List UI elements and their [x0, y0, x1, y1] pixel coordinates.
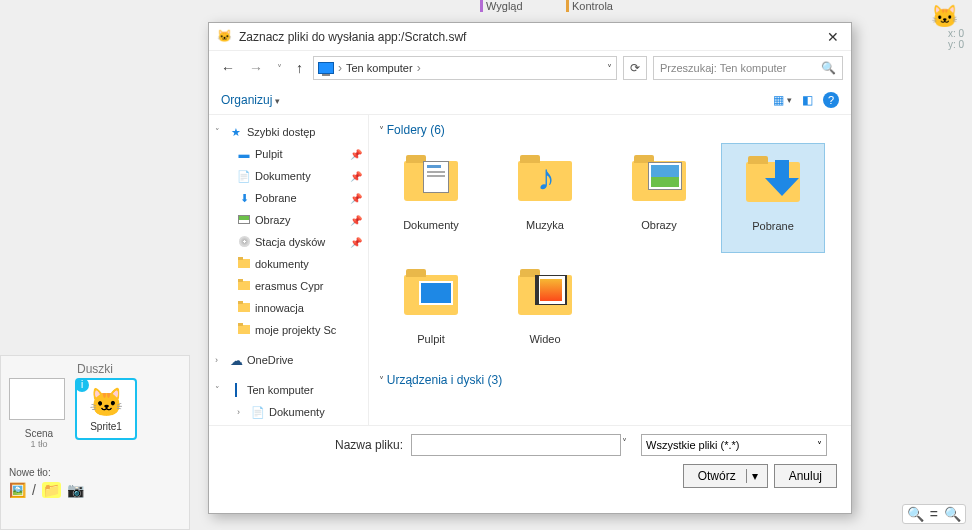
tree-thispc[interactable]: ˅Ten komputer — [209, 379, 368, 401]
tree-documents[interactable]: 📄Dokumenty📌 — [209, 165, 368, 187]
tree-folder[interactable]: moje projekty Sc — [209, 319, 368, 341]
filename-input[interactable] — [411, 434, 621, 456]
zoom-reset-icon[interactable]: = — [930, 506, 938, 522]
address-dropdown-icon[interactable]: ˅ — [607, 63, 612, 74]
paint-icon[interactable]: / — [32, 482, 36, 498]
tree-onedrive[interactable]: ›☁OneDrive — [209, 349, 368, 371]
upload-icon[interactable]: 📁 — [42, 482, 61, 498]
tree-pictures[interactable]: Obrazy📌 — [209, 209, 368, 231]
tree-desktop[interactable]: ▬Pulpit📌 — [209, 143, 368, 165]
tree-downloads[interactable]: ⬇Pobrane📌 — [209, 187, 368, 209]
filetype-combo[interactable]: Wszystkie pliki (*.*)˅ — [641, 434, 827, 456]
tree-pc-documents[interactable]: ›📄Dokumenty — [209, 401, 368, 423]
preview-pane-button[interactable]: ◧ — [802, 93, 813, 107]
camera-icon[interactable]: 📷 — [67, 482, 84, 498]
section-folders[interactable]: Foldery (6) — [379, 123, 841, 137]
pin-icon: 📌 — [350, 237, 362, 248]
tree-folder[interactable]: dokumenty — [209, 253, 368, 275]
open-button[interactable]: Otwórz▾ — [683, 464, 768, 488]
search-icon[interactable]: 🔍 — [821, 61, 836, 75]
zoom-in-icon[interactable]: 🔍 — [944, 506, 961, 522]
pin-icon: 📌 — [350, 149, 362, 160]
view-button[interactable]: ▦▾ — [773, 93, 792, 107]
file-dialog: 🐱 Zaznacz pliki do wysłania app:/Scratch… — [208, 22, 852, 514]
folder-desktop[interactable]: Pulpit — [379, 257, 483, 367]
folder-documents[interactable]: Dokumenty — [379, 143, 483, 253]
folder-pictures[interactable]: Obrazy — [607, 143, 711, 253]
help-icon[interactable]: ? — [823, 92, 839, 108]
scene-label: Scena — [9, 428, 69, 439]
section-devices[interactable]: Urządzenia i dyski (3) — [379, 373, 841, 387]
organize-button[interactable]: Organizuj — [221, 93, 280, 107]
cancel-button[interactable]: Anuluj — [774, 464, 837, 488]
bg-category: Kontrola — [566, 0, 636, 12]
pin-icon: 📌 — [350, 215, 362, 226]
scene-sublabel: 1 tło — [9, 439, 69, 449]
tree-quick-access[interactable]: ˅★Szybki dostęp — [209, 121, 368, 143]
search-input[interactable] — [660, 62, 821, 74]
folder-downloads[interactable]: Pobrane — [721, 143, 825, 253]
up-icon[interactable]: ↑ — [292, 60, 307, 76]
zoom-out-icon[interactable]: 🔍 — [907, 506, 924, 522]
info-icon[interactable]: i — [75, 378, 89, 392]
close-icon[interactable]: ✕ — [823, 29, 843, 45]
new-backdrop-label: Nowe tło: — [1, 467, 189, 478]
svg-marker-0 — [765, 160, 799, 196]
bg-category: Wygląd — [480, 0, 550, 12]
filename-dropdown-icon[interactable]: ˅ — [622, 437, 627, 448]
app-icon: 🐱 — [217, 29, 233, 45]
coord-y: y: 0 — [948, 39, 964, 50]
breadcrumb[interactable]: Ten komputer — [346, 62, 413, 74]
nav-tree: ˅★Szybki dostęp ▬Pulpit📌 📄Dokumenty📌 ⬇Po… — [209, 115, 369, 425]
sprite-panel: Duszki Scena 1 tło i 🐱 Sprite1 Nowe tło:… — [0, 355, 190, 530]
folder-videos[interactable]: Wideo — [493, 257, 597, 367]
sprite-label: Sprite1 — [90, 421, 122, 432]
filename-label: Nazwa pliku: — [223, 438, 403, 452]
file-list: Foldery (6) Dokumenty ♪ Muzyka — [369, 115, 851, 425]
image-icon[interactable]: 🖼️ — [9, 482, 26, 498]
coord-x: x: 0 — [948, 28, 964, 39]
pin-icon: 📌 — [350, 193, 362, 204]
tree-drives[interactable]: Stacja dysków📌 — [209, 231, 368, 253]
thispc-icon — [318, 62, 334, 74]
address-bar[interactable]: › Ten komputer › ˅ — [313, 56, 617, 80]
back-icon[interactable]: ← — [217, 60, 239, 76]
recent-dropdown-icon[interactable]: ˅ — [273, 63, 286, 74]
open-dropdown-icon[interactable]: ▾ — [746, 469, 763, 483]
sprite-thumbnail[interactable]: i 🐱 Sprite1 — [75, 378, 137, 440]
pin-icon: 📌 — [350, 171, 362, 182]
tree-folder[interactable]: erasmus Cypr — [209, 275, 368, 297]
forward-icon[interactable]: → — [245, 60, 267, 76]
sprite-panel-header: Duszki — [1, 356, 189, 378]
refresh-icon[interactable]: ⟳ — [623, 56, 647, 80]
folder-music[interactable]: ♪ Muzyka — [493, 143, 597, 253]
search-box[interactable]: 🔍 — [653, 56, 843, 80]
stage-sprite-icon: 🐱 — [931, 4, 958, 30]
dialog-title: Zaznacz pliki do wysłania app:/Scratch.s… — [239, 30, 823, 44]
scene-thumb[interactable] — [9, 378, 65, 420]
tree-folder[interactable]: innowacja — [209, 297, 368, 319]
